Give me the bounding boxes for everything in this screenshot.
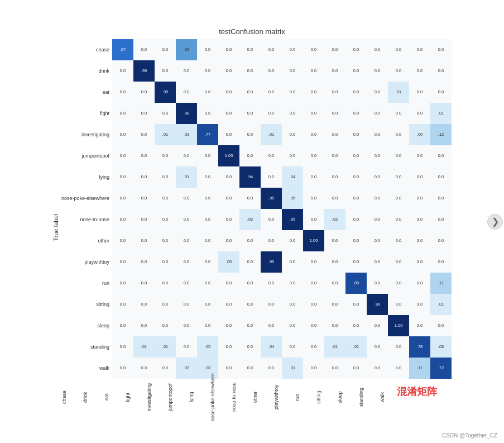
matrix-cell: 0.0 [367, 188, 388, 209]
y-label: drink [61, 60, 111, 82]
matrix-cell: .67 [112, 39, 133, 60]
matrix-cell: 0.0 [239, 230, 261, 251]
matrix-cell: 0.0 [176, 294, 197, 315]
matrix-cell: 0.0 [112, 273, 133, 294]
y-label: eat [61, 82, 111, 103]
chart-wrapper: testConfusion matrix True label chasedri… [52, 27, 452, 416]
matrix-cell: 0.0 [218, 315, 239, 336]
matrix-cell: 0.0 [261, 103, 282, 124]
matrix-cell: 0.0 [430, 82, 452, 103]
matrix-cell: 0.0 [430, 60, 452, 82]
matrix-cell: 0.0 [155, 230, 176, 251]
matrix-cell: .01 [430, 103, 452, 124]
y-label: chase [61, 39, 111, 60]
matrix-cell: 0.0 [133, 39, 155, 60]
matrix-cell: 0.0 [133, 82, 155, 103]
matrix-cell: 0.0 [239, 294, 261, 315]
matrix-cell: 0.0 [409, 103, 430, 124]
matrix-cell: .01 [155, 124, 176, 145]
matrix-row: 0.0.990.00.00.00.00.00.00.00.00.00.00.00… [112, 60, 452, 82]
matrix-cell: 0.0 [367, 273, 388, 294]
matrix-cell: 0.0 [261, 273, 282, 294]
matrix-cell: .03 [176, 358, 197, 379]
matrix-cell: 0.0 [218, 166, 239, 188]
matrix-cell: 0.0 [197, 82, 218, 103]
matrix-cell: 0.0 [409, 188, 430, 209]
matrix-cell: 0.0 [388, 273, 409, 294]
matrix-cell: 0.0 [133, 103, 155, 124]
chart-area: True label chasedrinkeatfightinvestigati… [52, 39, 452, 416]
matrix-cell: 0.0 [239, 315, 261, 336]
matrix-row: 0.00.0.980.00.00.00.00.00.00.00.00.00.0.… [112, 82, 452, 103]
matrix-cell: 0.0 [409, 60, 430, 82]
y-label: nose-poke-elsewhere [61, 188, 111, 209]
matrix-cell: 0.0 [409, 145, 430, 166]
matrix-cell: 0.0 [112, 315, 133, 336]
matrix-cell: 0.0 [239, 60, 261, 82]
x-label: investigating [146, 380, 167, 416]
matrix-cell: 0.0 [218, 124, 239, 145]
matrix-cell: 0.0 [409, 82, 430, 103]
matrix-row: 0.00.00.00.00.01.000.00.00.00.00.00.00.0… [112, 145, 452, 166]
matrix-row: 0.00.00.00.00.00.00.0.95.050.00.00.00.00… [112, 188, 452, 209]
matrix-cell: 0.0 [112, 294, 133, 315]
matrix-cell: 0.0 [324, 166, 345, 188]
matrix-cell: 0.0 [388, 209, 409, 230]
matrix-cell: 0.0 [430, 39, 452, 60]
matrix-cell: .01 [282, 358, 303, 379]
y-label: other [61, 230, 111, 251]
nav-arrow[interactable]: ❯ [487, 214, 503, 230]
y-label: playwithtoy [61, 251, 111, 273]
matrix-cell: 0.0 [345, 166, 367, 188]
matrix-cell: .89 [345, 273, 367, 294]
footer-text: CSDN @Together_CZ [442, 432, 497, 439]
matrix-cell: 0.0 [430, 230, 452, 251]
matrix-cell: 0.0 [303, 209, 324, 230]
matrix-cell: .01 [133, 336, 155, 358]
matrix-cell: 0.0 [345, 103, 367, 124]
matrix-cell: 0.0 [176, 82, 197, 103]
matrix-cell: 0.0 [324, 82, 345, 103]
matrix-cell: .01 [324, 336, 345, 358]
y-label: investigating [61, 124, 111, 145]
matrix-cell: 0.0 [409, 166, 430, 188]
matrix-cell: 0.0 [345, 315, 367, 336]
matrix-cell: 0.0 [303, 273, 324, 294]
matrix-cell: 0.0 [239, 82, 261, 103]
matrix-cell: 0.0 [367, 124, 388, 145]
matrix-section: chasedrinkeatfightinvestigatingjumpontop… [61, 39, 452, 416]
matrix-cell: 0.0 [430, 315, 452, 336]
matrix-cell: 0.0 [430, 166, 452, 188]
matrix-cell: 0.0 [155, 209, 176, 230]
matrix-cell: 0.0 [155, 103, 176, 124]
x-label: jumpontopof [167, 380, 189, 416]
matrix-cell: 0.0 [303, 166, 324, 188]
matrix-cell: 0.0 [112, 124, 133, 145]
matrix-cell: .33 [176, 39, 197, 60]
matrix-cell: 0.0 [197, 273, 218, 294]
matrix-cell: 0.0 [133, 294, 155, 315]
matrix-cell: 0.0 [367, 358, 388, 379]
matrix-cell: 0.0 [282, 60, 303, 82]
matrix-cell: 0.0 [409, 273, 430, 294]
matrix-cell: .01 [345, 336, 367, 358]
matrix-cell: 0.0 [112, 188, 133, 209]
matrix-cell: 0.0 [218, 230, 239, 251]
matrix-cell: 0.0 [388, 251, 409, 273]
matrix-cell: 0.0 [112, 103, 133, 124]
matrix-cell: 0.0 [282, 336, 303, 358]
matrix-cell: 0.0 [155, 294, 176, 315]
matrix-cell: 0.0 [261, 60, 282, 82]
matrix-cell: 0.0 [324, 145, 345, 166]
matrix-cell: 0.0 [367, 103, 388, 124]
matrix-row: 0.00.00.00.00.00.00.00.00.01.000.00.00.0… [112, 230, 452, 251]
matrix-cell: 0.0 [345, 39, 367, 60]
matrix-cell: 0.0 [133, 209, 155, 230]
x-label: nose-poke-elsewhere [210, 380, 231, 416]
matrix-cell: 0.0 [324, 124, 345, 145]
matrix-cell: 0.0 [197, 103, 218, 124]
y-label: walk [61, 358, 111, 379]
matrix-cell: 0.0 [218, 82, 239, 103]
matrix-cell: 0.0 [239, 336, 261, 358]
matrix-cell: 0.0 [133, 358, 155, 379]
